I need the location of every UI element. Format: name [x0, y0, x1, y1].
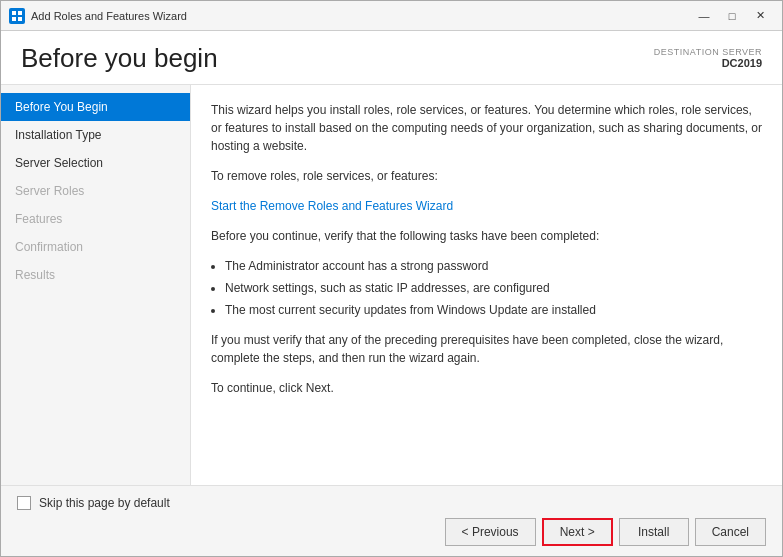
previous-button[interactable]: < Previous	[445, 518, 536, 546]
wizard-window: Add Roles and Features Wizard — □ ✕ Befo…	[0, 0, 783, 557]
skip-checkbox-label: Skip this page by default	[39, 496, 170, 510]
svg-rect-2	[12, 17, 16, 21]
sidebar-item-features: Features	[1, 205, 190, 233]
close-button[interactable]: ✕	[746, 6, 774, 26]
install-button[interactable]: Install	[619, 518, 689, 546]
app-icon	[9, 8, 25, 24]
remove-label: To remove roles, role services, or featu…	[211, 167, 762, 185]
bullet-item: Network settings, such as static IP addr…	[225, 279, 762, 297]
cancel-button[interactable]: Cancel	[695, 518, 766, 546]
close-wizard-paragraph: If you must verify that any of the prece…	[211, 331, 762, 367]
skip-checkbox-area[interactable]: Skip this page by default	[17, 496, 170, 510]
footer-buttons: < Previous Next > Install Cancel	[17, 518, 766, 546]
page-title: Before you begin	[21, 43, 218, 74]
bullet-item: The most current security updates from W…	[225, 301, 762, 319]
continue-paragraph: To continue, click Next.	[211, 379, 762, 397]
svg-rect-0	[12, 11, 16, 15]
sidebar-item-results: Results	[1, 261, 190, 289]
sidebar-item-installation-type[interactable]: Installation Type	[1, 121, 190, 149]
destination-info: DESTINATION SERVER DC2019	[654, 47, 762, 69]
intro-paragraph: This wizard helps you install roles, rol…	[211, 101, 762, 155]
sidebar: Before You BeginInstallation TypeServer …	[1, 85, 191, 485]
skip-checkbox[interactable]	[17, 496, 31, 510]
window-controls: — □ ✕	[690, 6, 774, 26]
titlebar: Add Roles and Features Wizard — □ ✕	[1, 1, 782, 31]
next-button[interactable]: Next >	[542, 518, 613, 546]
wizard-header: Before you begin DESTINATION SERVER DC20…	[1, 31, 782, 85]
sidebar-item-before-you-begin[interactable]: Before You Begin	[1, 93, 190, 121]
main-area: Before You BeginInstallation TypeServer …	[1, 85, 782, 485]
maximize-button[interactable]: □	[718, 6, 746, 26]
window-title: Add Roles and Features Wizard	[31, 10, 690, 22]
svg-rect-1	[18, 11, 22, 15]
sidebar-item-confirmation: Confirmation	[1, 233, 190, 261]
footer-top: Skip this page by default	[17, 496, 766, 510]
footer: Skip this page by default < Previous Nex…	[1, 485, 782, 556]
content-area: This wizard helps you install roles, rol…	[191, 85, 782, 485]
destination-server: DC2019	[654, 57, 762, 69]
svg-rect-3	[18, 17, 22, 21]
minimize-button[interactable]: —	[690, 6, 718, 26]
destination-label: DESTINATION SERVER	[654, 47, 762, 57]
prerequisites-list: The Administrator account has a strong p…	[225, 257, 762, 319]
sidebar-item-server-roles: Server Roles	[1, 177, 190, 205]
sidebar-item-server-selection[interactable]: Server Selection	[1, 149, 190, 177]
bullet-item: The Administrator account has a strong p…	[225, 257, 762, 275]
remove-link[interactable]: Start the Remove Roles and Features Wiza…	[211, 199, 453, 213]
verify-label: Before you continue, verify that the fol…	[211, 227, 762, 245]
